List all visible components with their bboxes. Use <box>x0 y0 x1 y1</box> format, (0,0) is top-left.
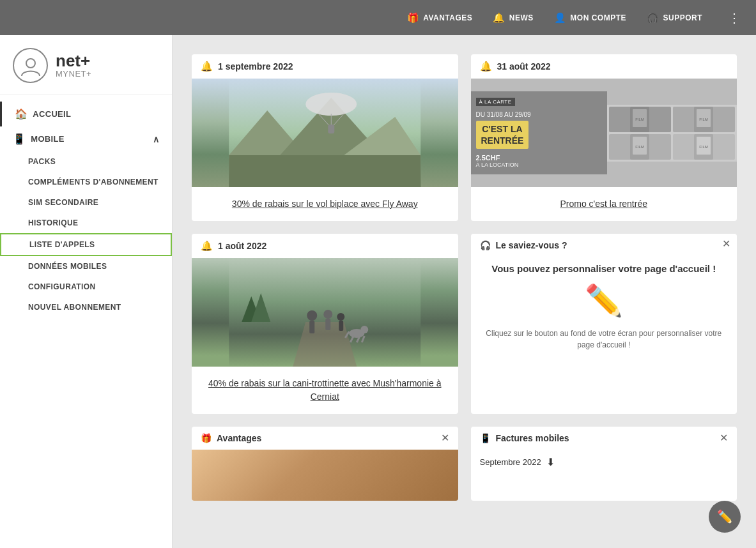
card3-date: 1 août 2022 <box>218 241 266 251</box>
card3-image <box>192 258 458 367</box>
nav-mon-compte[interactable]: 👤 MON COMPTE <box>554 12 626 24</box>
bell-icon-2: 🔔 <box>480 61 492 72</box>
home-icon: 🏠 <box>15 108 27 120</box>
card2-header: 🔔 31 août 2022 <box>471 54 737 79</box>
card-paraglide: 🔔 1 septembre 2022 <box>192 54 458 221</box>
avantages-image <box>192 450 458 501</box>
cards-grid: 🔔 1 septembre 2022 <box>192 54 737 501</box>
card3-link[interactable]: 40% de rabais sur la cani-trottinette av… <box>201 377 449 404</box>
chevron-up-icon: ∧ <box>153 134 159 144</box>
close-button-4[interactable]: ✕ <box>722 239 730 249</box>
sidebar-nav: 🏠 ACCUEIL 📱 MOBILE ∧ PACKS COMPLÉMENTS D… <box>0 95 172 548</box>
card3-body: 40% de rabais sur la cani-trottinette av… <box>192 367 458 414</box>
movie-a-la-carte: À LA CARTE <box>476 98 515 106</box>
gift-icon-2: 🎁 <box>201 433 212 443</box>
movie-thumbs: FILM FILM FILM FILM <box>607 105 737 162</box>
sidebar-item-sim-secondaire[interactable]: SIM SECONDAIRE <box>0 192 172 213</box>
svg-text:FILM: FILM <box>700 118 709 121</box>
svg-rect-31 <box>339 321 343 331</box>
factures-title: Factures mobiles <box>496 433 569 443</box>
main-layout: net+ MYNET+ 🏠 ACCUEIL 📱 MOBILE ∧ PACKS <box>0 35 756 548</box>
didyouknow-intro: Vous pouvez personnaliser votre page d'a… <box>491 263 716 274</box>
factures-month: Septembre 2022 <box>480 457 541 467</box>
logo-sub: MYNET+ <box>56 69 91 79</box>
sidebar-item-accueil[interactable]: 🏠 ACCUEIL <box>0 102 172 126</box>
card1-body: 30% de rabais sur le vol biplace avec Fl… <box>192 187 458 221</box>
sidebar-logo: net+ MYNET+ <box>0 35 172 95</box>
mobile-sub-items: PACKS COMPLÉMENTS D'ABONNEMENT SIM SECON… <box>0 151 172 317</box>
headset-icon: 🎧 <box>647 12 660 24</box>
card-factures: 📱 Factures mobiles ✕ Septembre 2022 ⬇ <box>471 427 737 501</box>
close-button-6[interactable]: ✕ <box>720 433 728 443</box>
nav-mon-compte-label: MON COMPTE <box>570 13 626 22</box>
sidebar-item-donnees-mobiles[interactable]: DONNÉES MOBILES <box>0 256 172 277</box>
avatar <box>13 48 48 83</box>
card2-link[interactable]: Promo c'est la rentrée <box>480 197 729 211</box>
nav-news[interactable]: 🔔 NEWS <box>493 12 534 24</box>
svg-point-0 <box>26 59 35 68</box>
bell-icon: 🔔 <box>493 12 505 24</box>
svg-text:FILM: FILM <box>635 118 644 121</box>
didyouknow-title-text: Le saviez-vous ? <box>496 240 567 250</box>
didyouknow-desc: Cliquez sur le bouton au fond de votre é… <box>484 328 725 351</box>
card2-body: Promo c'est la rentrée <box>471 187 737 221</box>
svg-text:FILM: FILM <box>700 145 709 149</box>
didyouknow-body: Vous pouvez personnaliser votre page d'a… <box>471 257 737 363</box>
avantages-header: 🎁 Avantages ✕ <box>192 427 458 450</box>
more-menu-button[interactable]: ⋮ <box>723 10 746 26</box>
svg-rect-27 <box>309 321 314 333</box>
top-navigation: 🎁 AVANTAGES 🔔 NEWS 👤 MON COMPTE 🎧 SUPPOR… <box>0 0 756 35</box>
svg-text:FILM: FILM <box>635 145 644 149</box>
svg-rect-29 <box>325 319 330 330</box>
nav-news-label: NEWS <box>509 13 534 22</box>
logo-text: net+ MYNET+ <box>56 52 91 79</box>
nav-support[interactable]: 🎧 SUPPORT <box>647 12 702 24</box>
nav-support-label: SUPPORT <box>663 13 702 22</box>
card1-header: 🔔 1 septembre 2022 <box>192 54 458 79</box>
top-nav-items: 🎁 AVANTAGES 🔔 NEWS 👤 MON COMPTE 🎧 SUPPOR… <box>407 10 746 26</box>
logo-brand-text: net+ <box>56 51 90 70</box>
sidebar-item-historique[interactable]: HISTORIQUE <box>0 213 172 233</box>
mobile-icon: 📱 <box>13 133 26 145</box>
movie-promo-title: C'EST LARENTRÉE <box>476 121 529 149</box>
didyouknow-header: 🎧 Le saviez-vous ? ✕ <box>471 234 737 257</box>
fab-pencil-icon: ✏️ <box>717 509 733 524</box>
svg-rect-5 <box>229 155 420 187</box>
logo-brand: net+ <box>56 52 91 69</box>
sidebar-item-complements[interactable]: COMPLÉMENTS D'ABONNEMENT <box>0 172 172 192</box>
movie-price: 2.5CHF <box>476 154 500 162</box>
card-avantages: 🎁 Avantages ✕ <box>192 427 458 501</box>
svg-point-33 <box>360 326 368 333</box>
sidebar-item-configuration[interactable]: CONFIGURATION <box>0 277 172 297</box>
fab-button[interactable]: ✏️ <box>709 501 741 533</box>
card3-header: 🔔 1 août 2022 <box>192 234 458 258</box>
svg-point-30 <box>337 313 344 321</box>
card1-link[interactable]: 30% de rabais sur le vol biplace avec Fl… <box>201 197 449 211</box>
card-didyouknow: 🎧 Le saviez-vous ? ✕ Vous pouvez personn… <box>471 234 737 414</box>
sidebar: net+ MYNET+ 🏠 ACCUEIL 📱 MOBILE ∧ PACKS <box>0 35 173 548</box>
sidebar-item-packs[interactable]: PACKS <box>0 151 172 172</box>
download-icon[interactable]: ⬇ <box>546 456 555 468</box>
sidebar-item-nouvel-abonnement[interactable]: NOUVEL ABONNEMENT <box>0 297 172 317</box>
bell-icon-1: 🔔 <box>201 61 213 72</box>
sidebar-group-mobile[interactable]: 📱 MOBILE ∧ <box>0 126 172 151</box>
factures-row: Septembre 2022 ⬇ <box>480 456 729 468</box>
card2-image: À LA CARTE DU 31/08 AU 29/09 C'EST LAREN… <box>471 79 737 187</box>
svg-rect-10 <box>328 125 334 133</box>
factures-header: 📱 Factures mobiles ✕ <box>471 427 737 450</box>
card1-image <box>192 79 458 187</box>
close-button-5[interactable]: ✕ <box>441 433 449 443</box>
bell-icon-3: 🔔 <box>201 240 213 252</box>
pencil-icon: ✏️ <box>585 283 623 319</box>
card1-date: 1 septembre 2022 <box>218 61 293 72</box>
svg-point-6 <box>305 93 357 116</box>
nav-avantages-label: AVANTAGES <box>423 13 472 22</box>
factures-body: Septembre 2022 ⬇ <box>471 450 737 477</box>
svg-point-26 <box>307 310 317 321</box>
user-icon: 👤 <box>554 12 567 24</box>
card2-date: 31 août 2022 <box>497 61 551 72</box>
sidebar-item-liste-appels[interactable]: LISTE D'APPELS <box>0 233 172 256</box>
nav-avantages[interactable]: 🎁 AVANTAGES <box>407 12 473 24</box>
main-content: 🔔 1 septembre 2022 <box>173 35 756 548</box>
movie-price-sub: À LA LOCATION <box>476 162 519 168</box>
